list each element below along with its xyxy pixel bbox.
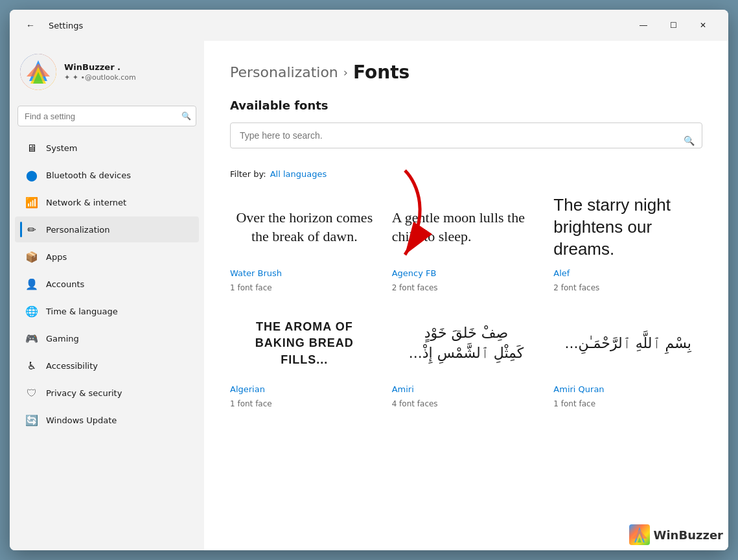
personalization-icon: ✏️: [25, 223, 38, 236]
font-preview-text-water-brush: Over the horizon comesthe break of dawn.: [236, 209, 373, 246]
font-card-alef[interactable]: The starry night brightens our dreams. A…: [553, 192, 702, 292]
bluetooth-icon: ⬤: [25, 169, 38, 181]
sidebar-item-apps[interactable]: 📦 Apps: [15, 244, 199, 270]
sidebar-item-accounts[interactable]: 👤 Accounts: [15, 271, 199, 297]
back-button[interactable]: ←: [20, 15, 41, 36]
font-faces-alef: 2 font faces: [553, 283, 702, 292]
user-email: ✦ ✦ •@outlook.com: [64, 73, 136, 82]
font-card-algerian[interactable]: THE AROMA OF BAKING BREAD FILLS... Alger…: [230, 308, 379, 408]
sidebar-item-update-label: Windows Update: [46, 415, 117, 425]
font-search-icon: 🔍: [684, 135, 695, 146]
sidebar-item-apps-label: Apps: [46, 252, 67, 262]
font-card-amiri-quran[interactable]: بِسْمِ ٱللَّهِ ٱلرَّحْمَـٰنِ... Amiri Qu…: [553, 308, 702, 408]
update-icon: 🔄: [25, 414, 38, 426]
font-name-amiri: Amiri: [392, 384, 541, 394]
accessibility-icon: ♿: [25, 359, 38, 372]
winbuzzer-text: WinBuzzer: [654, 528, 723, 542]
breadcrumb-separator: ›: [343, 65, 348, 79]
font-preview-algerian: THE AROMA OF BAKING BREAD FILLS...: [230, 308, 379, 379]
window-title: Settings: [49, 21, 83, 30]
sidebar: WinBuzzer . ✦ ✦ •@outlook.com 🔍 🖥 System…: [10, 41, 204, 550]
breadcrumb-current: Fonts: [353, 62, 409, 83]
breadcrumb-parent: Personalization: [230, 64, 338, 80]
main-content: Personalization › Fonts Available fonts …: [204, 41, 728, 550]
font-name-alef: Alef: [553, 268, 702, 278]
content-area: WinBuzzer . ✦ ✦ •@outlook.com 🔍 🖥 System…: [10, 41, 728, 550]
font-faces-agency-fb: 2 font faces: [392, 283, 541, 292]
font-name-algerian: Algerian: [230, 384, 379, 394]
accounts-icon: 👤: [25, 277, 38, 290]
font-card-water-brush[interactable]: Over the horizon comesthe break of dawn.…: [230, 192, 379, 292]
font-faces-amiri-quran: 1 font face: [553, 399, 702, 408]
user-info: WinBuzzer . ✦ ✦ •@outlook.com: [64, 62, 136, 82]
filter-value[interactable]: All languages: [270, 169, 327, 179]
font-preview-text-agency-fb: A gentle moon lulls the child to sleep.: [392, 209, 541, 246]
font-preview-amiri-quran: بِسْمِ ٱللَّهِ ٱلرَّحْمَـٰنِ...: [553, 308, 702, 379]
apps-icon: 📦: [25, 250, 38, 263]
sidebar-item-accessibility[interactable]: ♿ Accessibility: [15, 353, 199, 379]
system-icon: 🖥: [25, 141, 38, 154]
section-title: Available fonts: [230, 99, 702, 112]
sidebar-item-personalization[interactable]: ✏️ Personalization: [15, 216, 199, 242]
font-card-agency-fb[interactable]: A gentle moon lulls the child to sleep. …: [392, 192, 541, 292]
search-input[interactable]: [17, 106, 196, 126]
font-preview-agency-fb: A gentle moon lulls the child to sleep.: [392, 192, 541, 263]
font-name-agency-fb: Agency FB: [392, 268, 541, 278]
sidebar-item-bluetooth-label: Bluetooth & devices: [46, 170, 131, 180]
window-controls: — ☐ ✕: [628, 15, 718, 36]
fonts-grid: Over the horizon comesthe break of dawn.…: [230, 192, 702, 408]
sidebar-item-network-label: Network & internet: [46, 198, 126, 207]
sidebar-item-time-label: Time & language: [46, 307, 118, 316]
title-bar-left: ← Settings: [20, 15, 628, 36]
privacy-icon: 🛡: [25, 386, 38, 399]
time-icon: 🌐: [25, 305, 38, 318]
sidebar-item-bluetooth[interactable]: ⬤ Bluetooth & devices: [15, 162, 199, 188]
gaming-icon: 🎮: [25, 332, 38, 345]
filter-label: Filter by:: [230, 169, 266, 179]
maximize-button[interactable]: ☐: [658, 15, 688, 36]
user-name: WinBuzzer .: [64, 62, 136, 72]
sidebar-item-gaming-label: Gaming: [46, 334, 79, 344]
sidebar-item-system[interactable]: 🖥 System: [15, 135, 199, 161]
sidebar-item-time[interactable]: 🌐 Time & language: [15, 298, 199, 324]
font-preview-text-amiri-quran: بِسْمِ ٱللَّهِ ٱلرَّحْمَـٰنِ...: [564, 334, 691, 354]
font-preview-text-alef: The starry night brightens our dreams.: [553, 194, 702, 260]
sidebar-item-network[interactable]: 📶 Network & internet: [15, 189, 199, 215]
close-button[interactable]: ✕: [688, 15, 718, 36]
sidebar-item-gaming[interactable]: 🎮 Gaming: [15, 325, 199, 351]
winbuzzer-logo: WinBuzzer: [629, 524, 723, 545]
search-box: 🔍: [17, 106, 196, 126]
font-card-amiri[interactable]: صِفْ خَلقَ خَوْدٍكَمِثْلِ ٱلشَّمْسِ إِذْ…: [392, 308, 541, 408]
sidebar-item-privacy-label: Privacy & security: [46, 388, 122, 398]
breadcrumb: Personalization › Fonts: [230, 62, 702, 83]
font-faces-amiri: 4 font faces: [392, 399, 541, 408]
font-preview-water-brush: Over the horizon comesthe break of dawn.: [230, 192, 379, 263]
sidebar-item-accounts-label: Accounts: [46, 279, 84, 289]
sidebar-item-update[interactable]: 🔄 Windows Update: [15, 407, 199, 433]
minimize-button[interactable]: —: [628, 15, 658, 36]
font-name-water-brush: Water Brush: [230, 268, 379, 278]
font-search-wrapper: 🔍: [230, 122, 702, 159]
search-icon: 🔍: [181, 111, 191, 121]
network-icon: 📶: [25, 196, 38, 209]
font-faces-algerian: 1 font face: [230, 399, 379, 408]
title-bar: ← Settings — ☐ ✕: [10, 10, 728, 41]
user-section: WinBuzzer . ✦ ✦ •@outlook.com: [10, 46, 204, 100]
sidebar-item-accessibility-label: Accessibility: [46, 361, 98, 371]
font-preview-amiri: صِفْ خَلقَ خَوْدٍكَمِثْلِ ٱلشَّمْسِ إِذْ…: [392, 308, 541, 379]
font-faces-water-brush: 1 font face: [230, 283, 379, 292]
font-preview-alef: The starry night brightens our dreams.: [553, 192, 702, 263]
filter-bar: Filter by: All languages: [230, 169, 702, 179]
sidebar-item-privacy[interactable]: 🛡 Privacy & security: [15, 380, 199, 406]
settings-window: ← Settings — ☐ ✕: [10, 10, 728, 550]
font-preview-text-amiri: صِفْ خَلقَ خَوْدٍكَمِثْلِ ٱلشَّمْسِ إِذْ…: [409, 323, 524, 364]
sidebar-item-personalization-label: Personalization: [46, 225, 110, 235]
winbuzzer-logo-icon: [629, 524, 650, 545]
sidebar-item-system-label: System: [46, 143, 77, 153]
font-search-input[interactable]: [230, 122, 702, 148]
font-preview-text-algerian: THE AROMA OF BAKING BREAD FILLS...: [230, 319, 379, 368]
avatar: [20, 54, 56, 90]
font-name-amiri-quran: Amiri Quran: [553, 384, 702, 394]
